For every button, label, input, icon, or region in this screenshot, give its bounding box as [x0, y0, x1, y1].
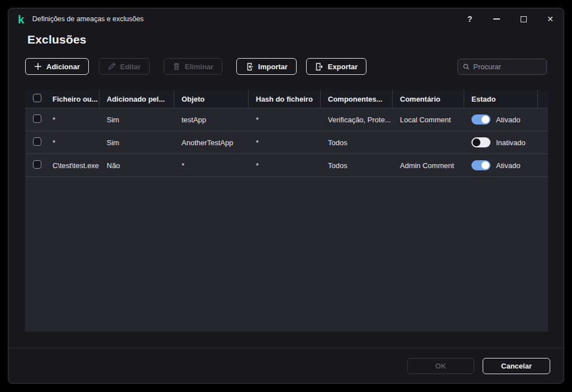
export-button[interactable]: Exportar	[306, 58, 366, 75]
state-label: Ativado	[496, 161, 520, 170]
cell-state: Ativado	[464, 160, 538, 170]
minimize-icon	[493, 18, 500, 20]
page-title: Exclusões	[27, 33, 87, 46]
table-row[interactable]: * Sim testApp * Verificação, Prote... Lo…	[25, 108, 548, 131]
add-button[interactable]: Adicionar	[25, 58, 89, 75]
footer-divider	[8, 348, 564, 348]
window-controls: ? ✕	[456, 8, 564, 30]
col-comment[interactable]: Comentário	[393, 90, 464, 108]
cell-state: Inativado	[464, 137, 538, 147]
cell-added-by: Sim	[99, 138, 174, 147]
cell-object: AnotherTestApp	[174, 138, 249, 147]
col-file[interactable]: Ficheiro ou...	[45, 90, 99, 108]
cell-comment: Admin Comment	[393, 161, 464, 170]
cell-hash: *	[249, 161, 321, 170]
cell-object: testApp	[174, 116, 249, 124]
cell-object: *	[174, 161, 249, 170]
checkbox-icon	[33, 137, 41, 146]
state-label: Ativado	[496, 116, 520, 124]
checkbox-icon	[33, 114, 41, 123]
state-label: Inativado	[496, 138, 526, 147]
app-window: k Definições de ameaças e exclusões ? ✕ …	[8, 8, 564, 384]
plus-icon	[34, 63, 42, 70]
exclusions-table: Ficheiro ou... Adicionado pel... Objeto …	[25, 90, 548, 332]
kaspersky-logo-icon: k	[18, 13, 25, 25]
col-hash[interactable]: Hash do ficheiro	[249, 90, 321, 108]
cell-components: Todos	[321, 138, 393, 147]
checkbox-icon	[33, 94, 41, 102]
cell-components: Verificação, Prote...	[321, 116, 393, 124]
col-added-by[interactable]: Adicionado pel...	[99, 90, 174, 108]
col-components[interactable]: Componentes...	[321, 90, 393, 108]
table-row[interactable]: * Sim AnotherTestApp * Todos Inativado	[25, 131, 548, 154]
cell-file: *	[45, 116, 99, 124]
row-checkbox[interactable]	[25, 114, 45, 125]
toolbar: Adicionar Editar Eliminar Importar Expor…	[25, 58, 547, 75]
import-button[interactable]: Importar	[236, 58, 297, 75]
state-toggle[interactable]	[471, 160, 490, 170]
export-icon	[315, 63, 323, 71]
edit-button[interactable]: Editar	[99, 58, 150, 75]
help-button[interactable]: ?	[456, 8, 483, 30]
select-all-checkbox[interactable]	[25, 94, 45, 104]
row-checkbox[interactable]	[25, 160, 45, 170]
cell-added-by: Sim	[99, 116, 174, 124]
delete-button[interactable]: Eliminar	[164, 58, 222, 75]
cell-added-by: Não	[99, 161, 174, 170]
row-checkbox[interactable]	[25, 137, 45, 147]
pencil-icon	[108, 63, 116, 70]
search-icon	[463, 63, 469, 70]
checkbox-icon	[33, 160, 41, 169]
cell-components: Todos	[321, 161, 393, 170]
table-row[interactable]: C\test\test.exe Não * * Todos Admin Comm…	[25, 154, 548, 177]
trash-icon	[173, 63, 180, 70]
cancel-button[interactable]: Cancelar	[483, 358, 550, 374]
state-toggle[interactable]	[471, 137, 490, 147]
minimize-button[interactable]	[483, 8, 510, 30]
cell-comment: Local Comment	[393, 116, 464, 124]
cell-file: *	[45, 138, 99, 147]
cell-hash: *	[249, 116, 321, 124]
cell-file: C\test\test.exe	[45, 161, 99, 170]
col-object[interactable]: Objeto	[174, 90, 249, 108]
titlebar: k Definições de ameaças e exclusões ? ✕	[8, 8, 564, 30]
table-header: Ficheiro ou... Adicionado pel... Objeto …	[25, 90, 548, 108]
maximize-button[interactable]	[510, 8, 537, 30]
search-input[interactable]	[473, 63, 541, 71]
search-box[interactable]	[457, 59, 547, 75]
col-state[interactable]: Estado	[464, 90, 538, 108]
cell-state: Ativado	[464, 114, 538, 125]
cell-hash: *	[249, 138, 321, 147]
maximize-icon	[521, 16, 527, 22]
close-button[interactable]: ✕	[537, 8, 564, 30]
state-toggle[interactable]	[471, 114, 490, 125]
ok-button[interactable]: OK	[407, 358, 474, 374]
window-title: Definições de ameaças e exclusões	[32, 15, 144, 23]
import-icon	[245, 63, 254, 71]
